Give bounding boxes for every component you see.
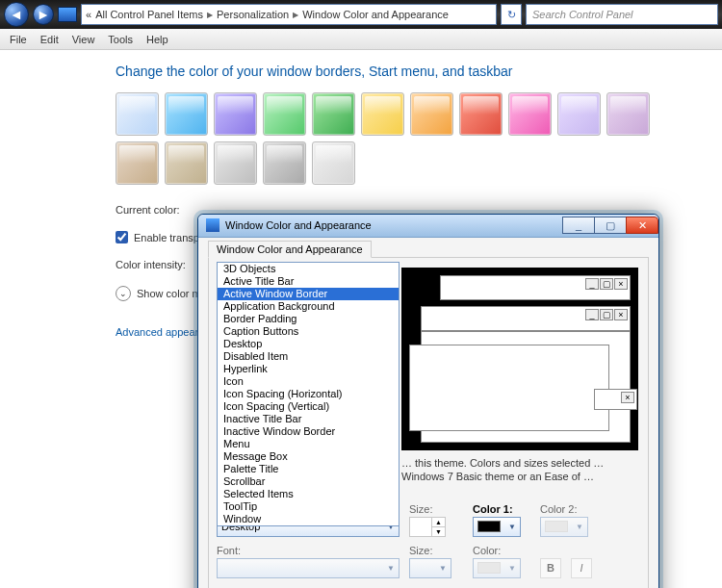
color-swatch[interactable] (557, 92, 601, 136)
dropdown-item[interactable]: Border Padding (218, 313, 399, 325)
address-bar[interactable]: « All Control Panel Items ▶ Personalizat… (81, 4, 497, 25)
breadcrumb-prefix: « (86, 9, 91, 20)
menu-file[interactable]: File (10, 34, 27, 45)
color-swatch[interactable] (116, 141, 159, 185)
dialog-icon (206, 218, 219, 232)
color1-picker[interactable]: ▼ (473, 517, 521, 537)
dropdown-item[interactable]: Palette Title (218, 463, 399, 475)
menu-view[interactable]: View (72, 34, 95, 45)
dropdown-item[interactable]: Selected Items (218, 488, 399, 500)
search-placeholder: Search Control Panel (532, 9, 633, 20)
dropdown-item[interactable]: Hyperlink (218, 363, 399, 375)
menu-tools[interactable]: Tools (108, 34, 133, 45)
dropdown-item[interactable]: 3D Objects (218, 263, 399, 275)
color-swatch[interactable] (312, 141, 355, 185)
chevron-right-icon: ▶ (207, 11, 213, 19)
search-input[interactable]: Search Control Panel (526, 4, 718, 25)
color-swatch[interactable] (214, 141, 257, 185)
back-button[interactable]: ◄ (4, 2, 29, 27)
explorer-titlebar: ◄ ► « All Control Panel Items ▶ Personal… (0, 0, 722, 29)
chevron-right-icon: ▶ (293, 11, 298, 19)
dropdown-item[interactable]: Desktop (218, 338, 399, 350)
font-size-label: Size: (409, 545, 463, 556)
color-swatch[interactable] (263, 141, 306, 185)
page-content: Change the color of your window borders,… (0, 50, 722, 588)
dialog-titlebar[interactable]: Window Color and Appearance _ ▢ ✕ (198, 215, 658, 238)
size-label: Size: (409, 503, 463, 515)
minimize-button[interactable]: _ (562, 217, 595, 234)
page-heading: Change the color of your window borders,… (116, 64, 703, 79)
color-swatch[interactable] (410, 92, 453, 136)
dropdown-item[interactable]: Caption Buttons (218, 325, 399, 338)
color1-label: Color 1: (473, 503, 530, 515)
tab-panel: _▢× _▢× × … this theme. Colors and sizes… (208, 257, 649, 588)
breadcrumb[interactable]: All Control Panel Items (95, 9, 203, 20)
color-swatch[interactable] (214, 92, 257, 136)
dropdown-item[interactable]: Menu (218, 438, 399, 450)
color-swatch[interactable] (459, 92, 503, 136)
color-swatch[interactable] (361, 92, 404, 136)
color2-label: Color 2: (540, 503, 598, 515)
dialog-body: Window Color and Appearance _▢× _▢× × … … (198, 238, 658, 588)
font-label: Font: (217, 545, 400, 556)
dropdown-item[interactable]: Inactive Window Border (218, 425, 399, 438)
color-swatch[interactable] (606, 92, 650, 136)
dropdown-item[interactable]: Icon Spacing (Vertical) (218, 400, 399, 413)
breadcrumb[interactable]: Window Color and Appearance (302, 9, 449, 20)
dropdown-item[interactable]: Icon (218, 375, 399, 388)
maximize-button[interactable]: ▢ (594, 217, 627, 234)
font-combobox: ▼ (217, 558, 400, 578)
dropdown-item[interactable]: Window (218, 513, 399, 525)
color-swatch[interactable] (116, 92, 159, 136)
tab-appearance[interactable]: Window Color and Appearance (208, 241, 372, 258)
color-swatch-grid (116, 92, 655, 185)
menu-help[interactable]: Help (146, 34, 168, 45)
dropdown-item[interactable]: Message Box (218, 450, 399, 463)
font-row: Font: ▼ Size: ▼ Color: ▼ B I (217, 545, 640, 578)
italic-toggle: I (571, 558, 592, 578)
font-color-label: Color: (473, 545, 530, 556)
dropdown-item[interactable]: Active Title Bar (218, 275, 399, 288)
menu-bar: File Edit View Tools Help (0, 29, 722, 50)
font-color-picker: ▼ (473, 558, 521, 578)
transparency-input[interactable] (116, 231, 128, 243)
color-swatch[interactable] (312, 92, 355, 136)
menu-edit[interactable]: Edit (40, 34, 59, 45)
font-size-combobox: ▼ (409, 558, 451, 578)
breadcrumb[interactable]: Personalization (217, 9, 289, 20)
color-swatch[interactable] (165, 92, 208, 136)
preview-note: … this theme. Colors and sizes selected … (401, 456, 638, 484)
appearance-dialog: Window Color and Appearance _ ▢ ✕ Window… (197, 214, 659, 588)
color2-picker: ▼ (540, 517, 588, 537)
appearance-preview: _▢× _▢× × (401, 268, 638, 450)
color-swatch[interactable] (165, 141, 208, 185)
color-swatch[interactable] (508, 92, 552, 136)
chevron-down-icon: ⌄ (116, 286, 131, 301)
item-dropdown-list[interactable]: 3D ObjectsActive Title BarActive Window … (217, 262, 400, 526)
dropdown-item[interactable]: Icon Spacing (Horizontal) (218, 388, 399, 400)
dropdown-item[interactable]: Inactive Title Bar (218, 413, 399, 425)
control-panel-icon (58, 7, 77, 22)
size-spinner[interactable]: ▲▼ (409, 517, 446, 537)
dropdown-item[interactable]: ToolTip (218, 500, 399, 513)
caption-buttons: _ ▢ ✕ (563, 217, 658, 234)
refresh-button[interactable]: ↻ (501, 4, 522, 25)
dropdown-item[interactable]: Active Window Border (218, 288, 399, 300)
close-button[interactable]: ✕ (626, 217, 658, 234)
dropdown-item[interactable]: Scrollbar (218, 475, 399, 488)
dropdown-item[interactable]: Application Background (218, 300, 399, 313)
dropdown-item[interactable]: Disabled Item (218, 350, 399, 363)
color-swatch[interactable] (263, 92, 306, 136)
dialog-title: Window Color and Appearance (225, 219, 563, 231)
bold-toggle: B (540, 558, 561, 578)
forward-button[interactable]: ► (33, 4, 54, 25)
